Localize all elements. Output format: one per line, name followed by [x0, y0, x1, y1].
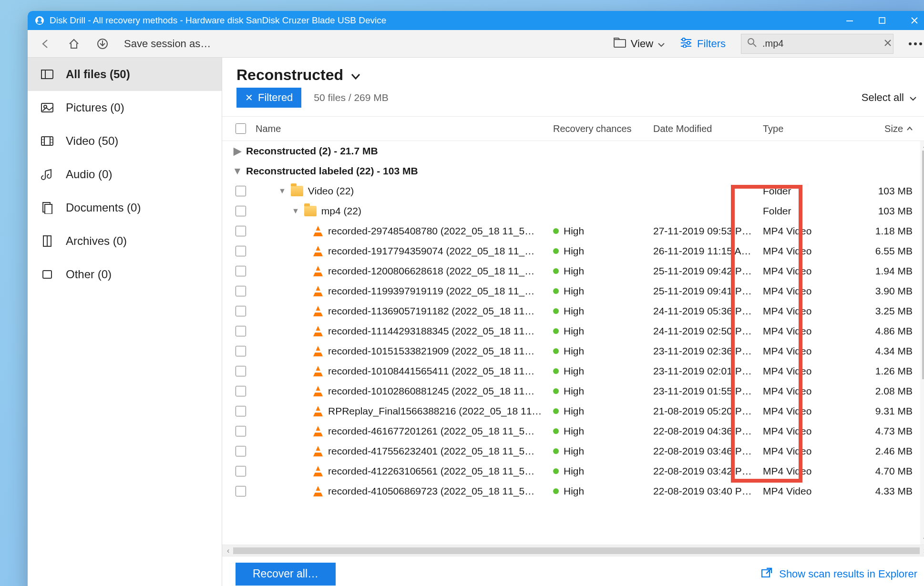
file-row[interactable]: recorded-10102860881245 (2022_05_18 11… … [222, 381, 924, 401]
view-label: View [631, 38, 653, 50]
row-checkbox[interactable] [236, 406, 246, 416]
search-field[interactable] [741, 34, 893, 54]
select-all-button[interactable]: Select all [862, 91, 916, 104]
window-title: Disk Drill - All recovery methods - Hard… [50, 15, 386, 26]
home-button[interactable] [67, 37, 81, 51]
view-menu[interactable]: View [614, 37, 665, 51]
minimize-button[interactable] [833, 11, 866, 30]
row-checkbox[interactable] [236, 246, 246, 256]
row-type: Folder [763, 205, 852, 217]
file-row[interactable]: recorded-10108441565411 (2022_05_18 11… … [222, 361, 924, 381]
sidebar-item-5[interactable]: Archives (0) [28, 224, 222, 258]
col-date[interactable]: Date Modified [653, 123, 763, 134]
row-checkbox[interactable] [236, 466, 246, 476]
svg-point-10 [682, 38, 685, 41]
file-row[interactable]: recorded-11369057191182 (2022_05_18 11… … [222, 301, 924, 321]
status-dot-icon [553, 468, 559, 474]
sidebar-item-2[interactable]: Video (50) [28, 124, 222, 158]
recover-all-button[interactable]: Recover all… [236, 563, 336, 586]
table-body: ▶Reconstructed (2) - 21.7 MB▼Reconstruct… [222, 141, 924, 545]
filter-chip[interactable]: ✕ Filtered [236, 88, 301, 108]
col-size[interactable]: Size [852, 123, 924, 134]
row-date: 23-11-2019 02:01 P… [653, 365, 763, 377]
file-row[interactable]: recorded-297485408780 (2022_05_18 11_5… … [222, 221, 924, 241]
show-in-explorer-link[interactable]: Show scan results in Explorer [761, 567, 917, 581]
sidebar-item-1[interactable]: Pictures (0) [28, 91, 222, 124]
more-menu[interactable] [909, 42, 922, 45]
row-checkbox[interactable] [236, 306, 246, 316]
group-row[interactable]: ▶Reconstructed (2) - 21.7 MB [222, 141, 924, 161]
back-button[interactable] [38, 37, 52, 51]
sidebar-item-0[interactable]: All files (50) [28, 58, 222, 91]
row-size: 4.70 MB [852, 465, 924, 477]
file-row[interactable]: recorded-417556232401 (2022_05_18 11_5… … [222, 441, 924, 461]
horizontal-scrollbar[interactable]: ‹ › [222, 545, 924, 556]
file-row[interactable]: recorded-10151533821909 (2022_05_18 11… … [222, 341, 924, 361]
sliders-icon [680, 37, 692, 51]
row-checkbox[interactable] [236, 226, 246, 236]
vertical-scrollbar[interactable] [920, 141, 924, 545]
col-name[interactable]: Name [252, 123, 553, 134]
file-name: recorded-417556232401 (2022_05_18 11_5… [328, 445, 534, 457]
scrollbar-thumb[interactable] [922, 151, 924, 379]
recovery-chance: High [564, 305, 584, 317]
row-size: 2.08 MB [852, 385, 924, 397]
app-window: Disk Drill - All recovery methods - Hard… [28, 11, 924, 586]
file-row[interactable]: recorded-11144293188345 (2022_05_18 11… … [222, 321, 924, 341]
row-checkbox[interactable] [236, 386, 246, 396]
row-type: MP4 Video [763, 425, 852, 437]
page-title[interactable]: Reconstructed [236, 66, 360, 84]
expand-icon: ▼ [292, 207, 299, 215]
folder-row[interactable]: ▼ Video (22) Folder 103 MB [222, 181, 924, 201]
svg-rect-27 [45, 204, 52, 214]
video-file-icon [313, 246, 323, 256]
row-checkbox[interactable] [236, 326, 246, 336]
save-session-label[interactable]: Save session as… [124, 38, 211, 50]
row-size: 103 MB [852, 185, 924, 197]
row-checkbox[interactable] [236, 186, 246, 196]
group-row[interactable]: ▼Reconstructed labeled (22) - 103 MB [222, 161, 924, 181]
sidebar-item-6[interactable]: Other (0) [28, 258, 222, 291]
file-row[interactable]: recorded-461677201261 (2022_05_18 11_5… … [222, 421, 924, 441]
row-checkbox[interactable] [236, 266, 246, 276]
expand-icon: ▼ [278, 187, 286, 195]
clear-search-button[interactable] [884, 38, 892, 49]
row-checkbox[interactable] [236, 366, 246, 376]
file-row[interactable]: recorded-410506869723 (2022_05_18 11_5… … [222, 481, 924, 501]
scrollbar-track[interactable] [233, 547, 919, 554]
files-icon [40, 69, 54, 80]
file-row[interactable]: recorded-412263106561 (2022_05_18 11_5… … [222, 461, 924, 481]
file-name: RPReplay_Final1566388216 (2022_05_18 11… [328, 405, 542, 417]
video-file-icon [313, 266, 323, 276]
video-file-icon [313, 446, 323, 456]
file-row[interactable]: RPReplay_Final1566388216 (2022_05_18 11…… [222, 401, 924, 421]
row-checkbox[interactable] [236, 286, 246, 296]
row-checkbox[interactable] [236, 486, 246, 496]
col-recovery[interactable]: Recovery chances [553, 123, 653, 134]
filters-button[interactable]: Filters [680, 37, 726, 51]
search-input[interactable] [761, 38, 884, 50]
close-button[interactable] [898, 11, 924, 30]
sidebar-item-3[interactable]: Audio (0) [28, 158, 222, 191]
row-checkbox[interactable] [236, 426, 246, 436]
folder-icon [304, 206, 317, 216]
select-all-checkbox[interactable] [236, 123, 246, 134]
save-session-button[interactable] [95, 37, 110, 51]
row-date: 21-08-2019 05:20 P… [653, 405, 763, 417]
sidebar-item-4[interactable]: Documents (0) [28, 191, 222, 224]
filter-chip-label: Filtered [258, 91, 293, 104]
file-row[interactable]: recorded-1199397919119 (2022_05_18 11_… … [222, 281, 924, 301]
row-type: MP4 Video [763, 345, 852, 357]
row-checkbox[interactable] [236, 206, 246, 216]
file-row[interactable]: recorded-1200806628618 (2022_05_18 11_… … [222, 261, 924, 281]
video-file-icon [313, 366, 323, 376]
row-checkbox[interactable] [236, 446, 246, 456]
col-type[interactable]: Type [763, 123, 852, 134]
titlebar[interactable]: Disk Drill - All recovery methods - Hard… [28, 11, 924, 30]
sidebar-item-label: Audio (0) [66, 168, 112, 181]
file-row[interactable]: recorded-1917794359074 (2022_05_18 11_… … [222, 241, 924, 261]
maximize-button[interactable] [866, 11, 898, 30]
folder-row[interactable]: ▼ mp4 (22) Folder 103 MB [222, 201, 924, 221]
row-size: 4.33 MB [852, 485, 924, 497]
row-checkbox[interactable] [236, 346, 246, 356]
